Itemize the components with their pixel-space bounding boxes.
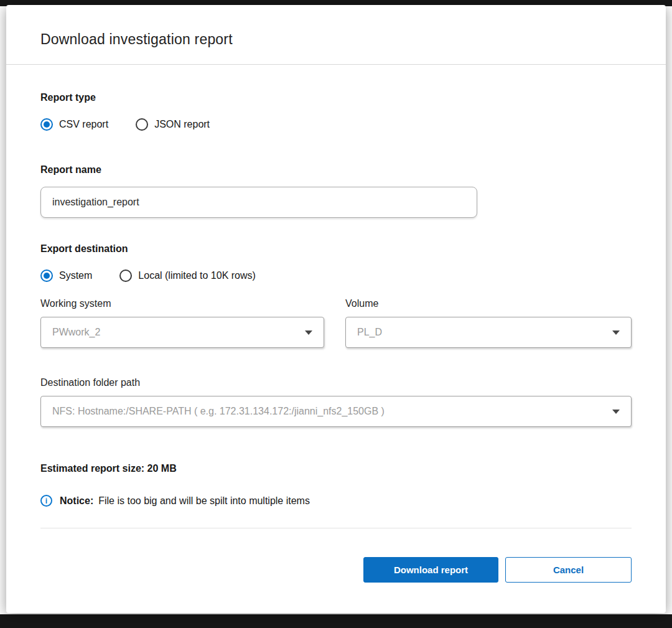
modal-title: Download investigation report: [40, 31, 632, 48]
working-system-value: PWwork_2: [52, 327, 297, 338]
export-destination-label: Export destination: [40, 243, 632, 255]
report-type-options: CSV report JSON report: [40, 118, 632, 131]
chevron-down-icon: [612, 330, 620, 335]
radio-dot: [123, 273, 129, 279]
radio-option-csv-report[interactable]: CSV report: [40, 118, 108, 131]
radio-label-json: JSON report: [154, 119, 210, 130]
radio-option-local[interactable]: Local (limited to 10K rows): [119, 269, 256, 282]
radio-option-json-report[interactable]: JSON report: [136, 118, 210, 131]
modal-content: Report type CSV report JSON report Repor…: [6, 92, 666, 583]
system-volume-row: Working system PWwork_2 Volume PL_D: [40, 298, 632, 348]
working-system-field: Working system PWwork_2: [40, 298, 324, 348]
button-row: Download report Cancel: [40, 557, 632, 583]
report-name-label: Report name: [40, 164, 632, 176]
radio-label-csv: CSV report: [59, 119, 108, 130]
radio-option-system[interactable]: System: [40, 269, 92, 282]
volume-label: Volume: [345, 298, 632, 309]
radio-system[interactable]: [40, 269, 53, 282]
info-icon: i: [40, 495, 52, 507]
radio-dot: [44, 121, 50, 128]
notice-prefix: Notice:: [60, 495, 93, 507]
notice-row: i Notice: File is too big and will be sp…: [40, 495, 632, 507]
radio-csv-report[interactable]: [40, 118, 53, 131]
volume-value: PL_D: [357, 327, 605, 338]
volume-field: Volume PL_D: [345, 298, 632, 348]
radio-dot: [139, 121, 145, 128]
radio-label-local: Local (limited to 10K rows): [138, 270, 256, 281]
working-system-select[interactable]: PWwork_2: [40, 317, 324, 348]
radio-dot: [44, 273, 50, 279]
radio-local[interactable]: [119, 269, 132, 282]
download-report-modal: Download investigation report Report typ…: [6, 5, 666, 613]
report-type-label: Report type: [40, 92, 632, 103]
report-name-input[interactable]: [40, 187, 477, 218]
destination-folder-placeholder: NFS: Hostname:/SHARE-PATH ( e.g. 172.31.…: [52, 406, 605, 417]
background-bottom-strip: [0, 614, 672, 628]
working-system-label: Working system: [40, 298, 324, 309]
header-divider: [6, 64, 666, 65]
volume-select[interactable]: PL_D: [345, 317, 632, 348]
radio-json-report[interactable]: [136, 118, 148, 131]
modal-header: Download investigation report: [6, 5, 666, 64]
destination-folder-select[interactable]: NFS: Hostname:/SHARE-PATH ( e.g. 172.31.…: [40, 396, 632, 427]
chevron-down-icon: [305, 330, 312, 335]
radio-label-system: System: [59, 270, 92, 281]
footer-divider: [40, 528, 632, 528]
notice-text: File is too big and will be spilt into m…: [98, 495, 310, 507]
cancel-button[interactable]: Cancel: [505, 557, 632, 583]
export-destination-options: System Local (limited to 10K rows): [40, 269, 632, 282]
chevron-down-icon: [612, 410, 620, 414]
estimated-size-text: Estimated report size: 20 MB: [40, 463, 632, 474]
destination-folder-label: Destination folder path: [40, 377, 632, 388]
download-report-button[interactable]: Download report: [363, 557, 498, 583]
